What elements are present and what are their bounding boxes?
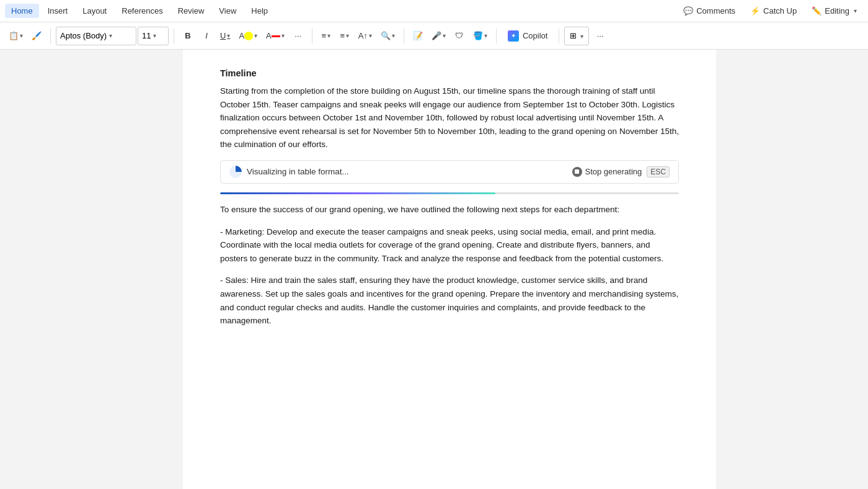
- menu-bar-left: Home Insert Layout References Review Vie…: [5, 4, 274, 18]
- sales-bullet: - Sales: Hire and train the sales staff,…: [220, 274, 679, 327]
- bullet-list-icon: ≡: [321, 31, 326, 40]
- highlight-icon: A: [239, 31, 244, 40]
- editing-label: Editing: [825, 6, 849, 16]
- menu-item-layout[interactable]: Layout: [76, 4, 113, 18]
- copilot-button[interactable]: ✦ Copilot: [502, 26, 554, 46]
- underline-chevron-icon: ▾: [227, 32, 230, 39]
- dictate-icon: 🎤: [432, 31, 441, 40]
- menu-item-insert[interactable]: Insert: [42, 4, 74, 18]
- editing-button[interactable]: ✏️ Editing ▾: [805, 4, 863, 18]
- find-button[interactable]: 🔍 ▾: [377, 26, 399, 46]
- bold-button[interactable]: B: [179, 26, 197, 46]
- grid-chevron-icon: ▾: [580, 33, 583, 40]
- sep-6: [559, 29, 559, 43]
- editing-chevron-icon: ▾: [854, 7, 857, 14]
- find-icon: 🔍: [381, 31, 391, 40]
- overflow-icon: ···: [597, 31, 604, 40]
- progress-bar-container: [220, 192, 679, 194]
- menu-item-review[interactable]: Review: [172, 4, 211, 18]
- catchup-icon: ⚡: [750, 6, 760, 16]
- paint-bucket-icon: 🪣: [473, 31, 483, 40]
- copilot-generating-bar: Visualizing in table format... Stop gene…: [220, 160, 679, 184]
- overflow-button[interactable]: ···: [591, 26, 609, 46]
- menu-item-view[interactable]: View: [213, 4, 242, 18]
- font-group: Aptos (Body) ▾ 11 ▾: [56, 27, 169, 45]
- timeline-paragraph: Starting from the completion of the stor…: [220, 84, 679, 151]
- grid-view-icon: ⊞: [570, 31, 577, 40]
- document-page: Timeline Starting from the completion of…: [183, 50, 716, 489]
- clipboard-chevron-icon: ▾: [20, 32, 23, 39]
- copilot-label: Copilot: [523, 31, 547, 40]
- sep-4: [404, 29, 404, 43]
- progress-bar-fill: [220, 192, 495, 194]
- font-size-selector[interactable]: 11 ▾: [138, 27, 169, 45]
- find-chevron-icon: ▾: [392, 32, 395, 39]
- font-chevron-icon: ▾: [109, 32, 112, 39]
- align-icon: ≡: [340, 31, 345, 40]
- comments-button[interactable]: 💬 Comments: [677, 4, 742, 18]
- more-options-button[interactable]: ···: [290, 26, 307, 46]
- styles-button[interactable]: A↑ ▾: [355, 26, 376, 46]
- highlight-chevron-icon: ▾: [254, 32, 257, 39]
- sensitivity-icon: 🛡: [455, 31, 463, 40]
- underline-button[interactable]: U ▾: [216, 26, 234, 46]
- menu-item-help[interactable]: Help: [245, 4, 274, 18]
- editing-icon: ✏️: [812, 6, 822, 16]
- font-color-button[interactable]: A ▾: [262, 26, 288, 46]
- font-family-selector[interactable]: Aptos (Body) ▾: [56, 27, 136, 45]
- bullet-chevron-icon: ▾: [327, 32, 330, 39]
- highlight-button[interactable]: A ▾: [235, 26, 261, 46]
- marketing-bullet: - Marketing: Develop and execute the tea…: [220, 225, 679, 266]
- bullet-list-button[interactable]: ≡ ▾: [317, 26, 335, 46]
- menu-item-home[interactable]: Home: [5, 4, 39, 18]
- clipboard-button[interactable]: 📋 ▾: [5, 26, 27, 46]
- italic-button[interactable]: I: [198, 26, 215, 46]
- sep-1: [50, 29, 51, 43]
- document-area[interactable]: Timeline Starting from the completion of…: [183, 50, 716, 489]
- align-chevron-icon: ▾: [346, 32, 349, 39]
- sep-2: [174, 29, 174, 43]
- sensitivity-button[interactable]: 🛡: [451, 26, 468, 46]
- view-toggle-group: ⊞ ▾: [564, 27, 589, 45]
- toolbar: 📋 ▾ 🖌️ Aptos (Body) ▾ 11 ▾ B I U ▾ A ▾: [0, 22, 868, 50]
- catch-up-button[interactable]: ⚡ Catch Up: [744, 4, 803, 18]
- dictate-button[interactable]: 🎤 ▾: [428, 26, 450, 46]
- comments-label: Comments: [696, 6, 735, 16]
- editor-button[interactable]: 📝: [409, 26, 427, 46]
- size-chevron-icon: ▾: [153, 32, 156, 39]
- list-group: ≡ ▾ ≡ ▾ A↑ ▾ 🔍 ▾: [317, 26, 399, 46]
- stop-generating-label: Stop generating: [585, 167, 642, 176]
- paragraph-align-button[interactable]: ≡ ▾: [336, 26, 353, 46]
- sep-3: [312, 29, 312, 43]
- format-painter-icon: 🖌️: [32, 31, 42, 40]
- font-name-label: Aptos (Body): [60, 31, 107, 40]
- timeline-heading: Timeline: [220, 68, 679, 78]
- format-painter-button[interactable]: 🖌️: [28, 26, 45, 46]
- paint-bucket-button[interactable]: 🪣 ▾: [469, 26, 491, 46]
- stop-icon: [572, 167, 582, 177]
- dictate-chevron-icon: ▾: [443, 32, 446, 39]
- comments-icon: 💬: [683, 6, 693, 16]
- copilot-spinner-icon: [229, 166, 242, 178]
- grid-view-button[interactable]: ⊞ ▾: [565, 27, 588, 45]
- underline-label: U: [220, 31, 226, 40]
- editor-icon: 📝: [413, 31, 423, 40]
- clipboard-group: 📋 ▾ 🖌️: [5, 26, 45, 46]
- format-group: B I U ▾ A ▾ A ▾ ···: [179, 26, 307, 46]
- menu-item-references[interactable]: References: [115, 4, 169, 18]
- font-size-label: 11: [142, 31, 151, 40]
- main-area: Timeline Starting from the completion of…: [0, 50, 868, 489]
- stop-generating-button[interactable]: Stop generating: [572, 167, 642, 177]
- menu-bar: Home Insert Layout References Review Vie…: [0, 0, 868, 22]
- font-color-chevron-icon: ▾: [281, 32, 285, 39]
- styles-icon: A↑: [358, 31, 368, 40]
- font-color-indicator: [272, 35, 280, 37]
- copilot-icon: ✦: [508, 30, 519, 42]
- sep-5: [496, 29, 497, 43]
- tools-group: 📝 🎤 ▾ 🛡 🪣 ▾: [409, 26, 491, 46]
- font-color-icon: A: [266, 31, 272, 40]
- catch-up-label: Catch Up: [763, 6, 797, 16]
- copilot-bar-right: Stop generating ESC: [572, 166, 670, 177]
- copilot-bar-left: Visualizing in table format...: [229, 166, 349, 178]
- styles-chevron-icon: ▾: [369, 32, 372, 39]
